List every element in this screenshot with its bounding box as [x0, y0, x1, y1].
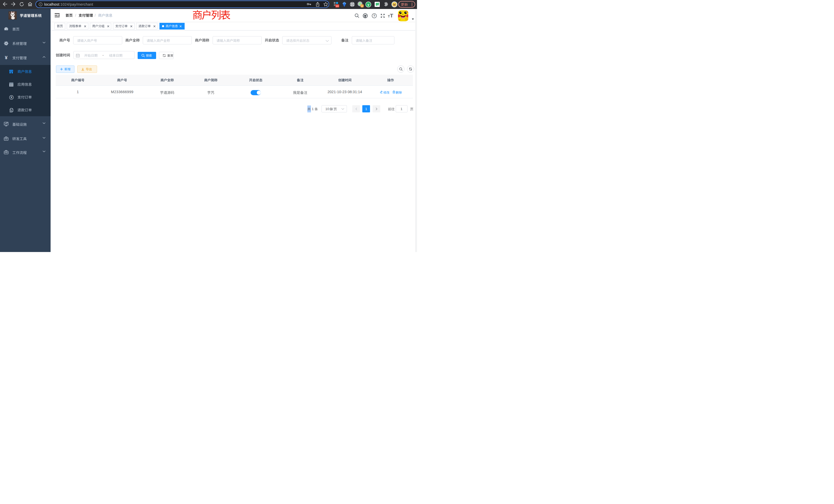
svg-text:¥: ¥ — [10, 96, 12, 99]
svg-text:?: ? — [373, 14, 375, 18]
svg-text:y: y — [368, 3, 369, 6]
svg-text:1: 1 — [361, 5, 363, 7]
svg-text:10: 10 — [336, 5, 339, 7]
